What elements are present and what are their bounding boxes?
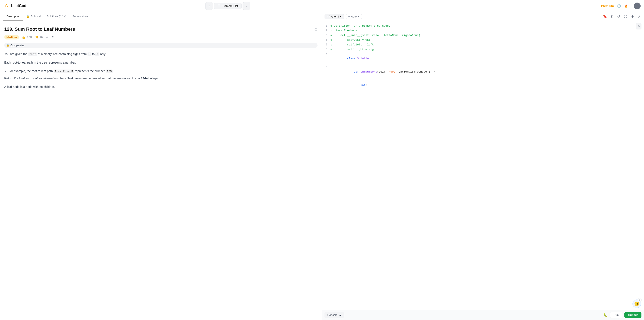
streak-count: 0 xyxy=(629,4,630,8)
code-line-3: 3 # def __init__(self, val=0, left=None,… xyxy=(322,33,644,38)
auto-mode-selector[interactable]: Auto ▾ xyxy=(346,14,362,19)
line-code-8b: int: xyxy=(330,79,367,92)
user-avatar[interactable] xyxy=(634,3,640,9)
editor-toolbar: i Python3 ▾ Auto ▾ 🔖 {} ↺ ⌘ ⚙ ⤢ xyxy=(322,12,644,21)
line-number-8: 8 xyxy=(322,66,330,69)
thumbs-up-icon: 👍 xyxy=(22,36,25,39)
dislike-count: 96 xyxy=(40,36,42,39)
auto-dot-icon xyxy=(348,16,350,17)
prev-icon: ‹ xyxy=(208,4,210,8)
tab-description-label: Description xyxy=(6,15,20,18)
console-button[interactable]: Console ▲ xyxy=(324,312,344,318)
python-info-icon: i xyxy=(327,15,327,18)
fire-icon: 🔥 xyxy=(624,4,628,8)
code-line-8: 8 def sumNumbers(self, root: Optional[Tr… xyxy=(322,65,644,79)
editorial-lock-icon: 🔒 xyxy=(26,15,30,18)
problem-description: You are given the root of a binary tree … xyxy=(4,52,318,57)
chevron-down-icon: ▾ xyxy=(340,15,342,18)
tab-bar: Description 🔒 Editorial Solutions (4.1K)… xyxy=(0,12,322,21)
problem-list-button[interactable]: ☰ Problem List xyxy=(214,3,242,9)
star-button[interactable]: ☆ xyxy=(46,35,48,39)
line-number-7: 7 xyxy=(322,53,330,56)
tab-solutions[interactable]: Solutions (4.1K) xyxy=(44,13,70,21)
fullscreen-button[interactable]: ⤢ xyxy=(637,14,642,20)
like-count: 5.5K xyxy=(26,36,32,39)
premium-button[interactable]: Premium xyxy=(601,4,614,8)
line-number-5: 5 xyxy=(322,43,330,46)
console-label: Console xyxy=(327,313,338,316)
auto-mode-label: Auto xyxy=(351,15,357,18)
nav-center: ‹ ☰ Problem List › xyxy=(205,2,250,10)
logo[interactable]: LeetCode xyxy=(4,3,28,9)
shortcut-button[interactable]: ⌘ xyxy=(623,14,628,20)
line-number-1: 1 xyxy=(322,24,330,28)
problem-description-2: Each root-to-leaf path in the tree repre… xyxy=(4,60,318,65)
auto-chevron-icon: ▾ xyxy=(358,15,360,18)
line-number-2: 2 xyxy=(322,29,330,32)
share-button[interactable]: ↻ xyxy=(52,35,54,39)
line-code-8: def sumNumbers(self, root: Optional[Tree… xyxy=(330,65,435,79)
code-line-7: 7 class Solution: xyxy=(322,52,644,65)
companies-badge[interactable]: 🔒 Companies xyxy=(4,43,318,48)
code-line-5: 5 # self.left = left xyxy=(322,43,644,47)
line-code-3: # def __init__(self, val=0, left=None, r… xyxy=(330,33,422,38)
reset-button[interactable]: ↺ xyxy=(616,14,621,20)
copy-button[interactable]: ⧉ xyxy=(636,23,642,30)
chat-button[interactable]: 🙂 ✕ xyxy=(632,299,641,308)
thumbs-down-icon: 👎 xyxy=(35,36,38,39)
submit-button[interactable]: Submit xyxy=(624,312,642,318)
code-editor[interactable]: ⧉ 1 # Definition for a binary tree node.… xyxy=(322,21,644,310)
code-line-4: 4 # self.val = val xyxy=(322,38,644,43)
settings-button[interactable]: ⚙ xyxy=(630,14,635,20)
like-button[interactable]: 👍 5.5K xyxy=(22,36,32,39)
code-line-2: 2 # class TreeNode: xyxy=(322,29,644,33)
problem-content: 129. Sum Root to Leaf Numbers ⊙ Medium 👍… xyxy=(0,21,322,320)
more-options-button[interactable]: ⊙ xyxy=(314,27,318,32)
problem-bullet-list: For example, the root-to-leaf path 1 -> … xyxy=(4,69,318,74)
tab-submissions[interactable]: Submissions xyxy=(70,13,91,21)
tab-editorial-label: Editorial xyxy=(31,15,41,18)
tab-description[interactable]: Description xyxy=(4,13,23,21)
line-number-4: 4 xyxy=(322,38,330,42)
clock-button[interactable]: 🕐 xyxy=(617,4,621,8)
companies-label: Companies xyxy=(10,44,24,47)
run-button[interactable]: Run xyxy=(610,312,622,318)
next-problem-button[interactable]: › xyxy=(242,2,250,10)
streak-button[interactable]: 🔥 0 xyxy=(624,4,630,8)
language-selector[interactable]: i Python3 ▾ xyxy=(324,14,344,19)
line-code-2: # class TreeNode: xyxy=(330,29,359,33)
line-code-1: # Definition for a binary tree node. xyxy=(330,24,390,28)
line-code-4: # self.val = val xyxy=(330,38,370,43)
line-number-6: 6 xyxy=(322,48,330,51)
debug-button[interactable]: 🐛 xyxy=(604,313,608,317)
line-number-3: 3 xyxy=(322,34,330,37)
bookmark-button[interactable]: 🔖 xyxy=(602,14,608,20)
format-button[interactable]: {} xyxy=(610,14,614,20)
hamburger-icon: ☰ xyxy=(218,4,220,8)
problem-list-label: Problem List xyxy=(222,4,238,8)
code-line-8b: int: xyxy=(322,79,644,92)
right-panel: i Python3 ▾ Auto ▾ 🔖 {} ↺ ⌘ ⚙ ⤢ ⧉ 1 xyxy=(322,12,644,320)
problem-title-text: 129. Sum Root to Leaf Numbers xyxy=(4,27,75,32)
next-icon: › xyxy=(246,4,247,8)
chat-close-button[interactable]: ✕ xyxy=(638,298,642,302)
clock-icon: 🕐 xyxy=(617,4,621,8)
problem-description-3: Return the total sum of all root-to-leaf… xyxy=(4,76,318,81)
problem-description-4: A leaf node is a node with no children. xyxy=(4,84,318,90)
chat-smile-icon: 🙂 xyxy=(634,301,640,306)
left-panel: Description 🔒 Editorial Solutions (4.1K)… xyxy=(0,12,322,320)
top-nav: LeetCode ‹ ☰ Problem List › Premium 🕐 🔥 … xyxy=(0,0,644,12)
problem-meta: Medium 👍 5.5K 👎 96 ☆ ↻ xyxy=(4,35,318,40)
line-code-7: class Solution: xyxy=(330,52,372,65)
tab-editorial[interactable]: 🔒 Editorial xyxy=(23,13,44,21)
code-line-1: 1 # Definition for a binary tree node. xyxy=(322,24,644,29)
logo-icon xyxy=(4,3,9,9)
copy-icon: ⧉ xyxy=(638,25,640,28)
problem-title: 129. Sum Root to Leaf Numbers ⊙ xyxy=(4,27,318,32)
dislike-button[interactable]: 👎 96 xyxy=(35,36,42,39)
prev-problem-button[interactable]: ‹ xyxy=(205,2,213,10)
bullet-item-1: For example, the root-to-leaf path 1 -> … xyxy=(8,69,318,74)
difficulty-badge: Medium xyxy=(4,35,19,40)
line-code-6: # self.right = right xyxy=(330,47,377,52)
companies-lock-icon: 🔒 xyxy=(6,44,9,47)
